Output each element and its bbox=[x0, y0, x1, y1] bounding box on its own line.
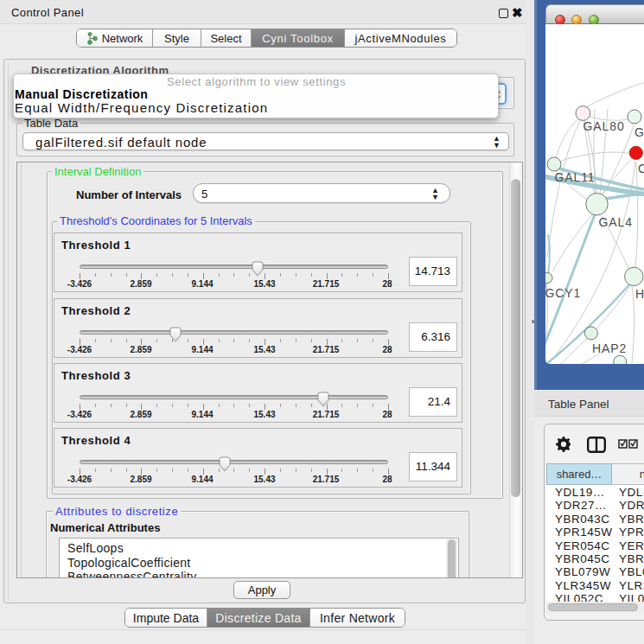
svg-text:H: H bbox=[635, 287, 644, 301]
svg-text:HAP2: HAP2 bbox=[592, 341, 627, 355]
svg-text:GA: GA bbox=[634, 125, 644, 139]
svg-text:GCY1: GCY1 bbox=[545, 286, 581, 300]
svg-text:GAL4: GAL4 bbox=[599, 215, 633, 229]
svg-text:GAL11: GAL11 bbox=[555, 170, 596, 184]
svg-text:C: C bbox=[638, 162, 644, 175]
svg-text:GAL80: GAL80 bbox=[583, 119, 625, 133]
